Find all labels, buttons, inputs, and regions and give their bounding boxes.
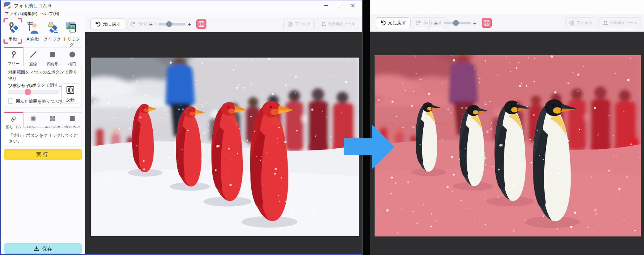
undo-icon (380, 20, 386, 26)
app-window-before: フォト消しゴム 6 ✕ ファイル(F) 編集(E) ヘルプ(H) 元に戻す やり… (0, 0, 363, 255)
execute-button[interactable]: 実行 (4, 149, 82, 160)
line-icon (29, 50, 37, 59)
toolbar-divider (144, 18, 144, 31)
fill-enclosed-checkbox[interactable] (8, 99, 13, 104)
canvas-after[interactable] (370, 32, 644, 255)
menu-help[interactable]: ヘルプ(H) (40, 11, 59, 17)
trapezoid-icon (320, 21, 326, 27)
minimize-icon (324, 5, 328, 6)
fill-enclosed-label: 囲んだ範囲を塗りつぶす (16, 99, 63, 104)
save-button[interactable]: 保存 (4, 243, 82, 254)
top-toolbar: 元に戻す やり直す − + フィルタ 台形補正ツール (85, 17, 362, 32)
undo-icon (94, 21, 101, 27)
fit-view-icon (198, 21, 204, 27)
maximize-icon (338, 4, 341, 7)
fit-view-button[interactable] (196, 19, 206, 29)
paint-panel: 対象範囲をマウスの左ボタンで赤く塗り つぶし●、右ボタンで消すことができます。 … (4, 66, 82, 107)
tab-fill[interactable]: 塗りつぶし (63, 112, 82, 129)
filter-button-right[interactable]: フィルタ (565, 17, 596, 28)
minimize-button[interactable] (319, 0, 332, 10)
maximize-button[interactable] (333, 0, 346, 10)
keystone-tool-button[interactable]: 台形補正ツール (317, 19, 359, 29)
zoom-slider-right[interactable] (444, 22, 471, 24)
window-title: フォト消しゴム 6 (14, 3, 51, 9)
invert-button[interactable]: 反転 (61, 83, 79, 104)
undo-button-right[interactable]: 元に戻す (376, 17, 411, 28)
redo-icon (130, 21, 136, 27)
brush-size-slider[interactable] (8, 90, 59, 94)
effect-tabs: 消しゴム ぼかし モザイク 塗りつぶし (4, 112, 82, 128)
filter-icon (287, 21, 293, 27)
selection-corner (18, 39, 22, 44)
menu-bar: ファイル(F) 編集(E) ヘルプ(H) (1, 10, 362, 17)
selection-corner (18, 18, 22, 22)
canvas-before[interactable] (85, 32, 362, 254)
mode-manual[interactable]: 手動 (3, 18, 22, 44)
brush-size-knob[interactable] (25, 89, 31, 95)
ellipse-icon (68, 50, 76, 59)
mosaic-icon (49, 115, 56, 122)
free-draw-icon (10, 50, 17, 58)
rectangle-icon (49, 50, 56, 59)
fit-view-icon (484, 20, 490, 26)
title-bar: フォト消しゴム 6 ✕ (1, 0, 362, 10)
undo-button[interactable]: 元に戻す (90, 19, 125, 29)
sidebar-divider (1, 240, 85, 240)
ai-auto-icon (26, 21, 39, 34)
fit-view-button-right[interactable] (482, 18, 492, 28)
title-area-cropped (370, 0, 644, 14)
zoom-out-button[interactable]: − (149, 21, 153, 27)
tab-ellipse[interactable]: 楕円 (63, 48, 82, 67)
execute-panel: 「実行」ボタンをクリックしてください。 (4, 128, 82, 146)
zoom-slider[interactable] (158, 23, 186, 26)
filter-icon (569, 20, 575, 26)
manual-eraser-icon (6, 21, 19, 34)
blur-icon (29, 115, 37, 122)
invert-icon (66, 86, 75, 94)
execute-hint: 「実行」ボタンをクリックしてください。 (4, 128, 82, 144)
selection-corner (3, 39, 8, 44)
tab-rectangle[interactable]: 四角形 (43, 48, 63, 67)
brush-cursor (376, 210, 380, 214)
close-button[interactable]: ✕ (346, 0, 359, 10)
redo-icon (416, 20, 422, 26)
transition-arrow (342, 121, 397, 172)
app-window-after: 元に戻す やり直す − + フィルタ 台形補正ツール (370, 0, 644, 255)
quick-icon (46, 21, 59, 34)
tab-free[interactable]: フリー (4, 47, 24, 66)
photo-after-inverted[interactable] (375, 55, 641, 236)
save-download-icon (34, 246, 39, 252)
trapezoid-icon (602, 20, 608, 26)
tab-blur[interactable]: ぼかし (24, 112, 43, 129)
tab-mosaic[interactable]: モザイク (43, 112, 63, 129)
top-toolbar-right: 元に戻す やり直す − + フィルタ 台形補正ツール (370, 14, 644, 32)
close-icon: ✕ (351, 3, 355, 8)
zoom-slider-knob[interactable] (166, 21, 172, 27)
app-icon (4, 2, 10, 8)
tab-eraser[interactable]: 消しゴム (4, 112, 24, 128)
toolbar-divider (429, 17, 429, 30)
filter-button[interactable]: フィルタ (283, 19, 315, 29)
selection-corner (3, 18, 8, 22)
mode-ai-auto[interactable]: AI自動 (24, 18, 42, 44)
tool-sidebar: 手動 AI自動 クイック トリミング (1, 17, 85, 254)
fill-icon (68, 115, 76, 122)
trim-icon (65, 21, 78, 34)
zoom-in-button-right[interactable]: + (473, 20, 477, 26)
zoom-out-button-right[interactable]: − (434, 20, 438, 26)
tab-line[interactable]: 直線 (24, 48, 43, 67)
brush-size-label: ブラシサイズ (8, 83, 34, 89)
menu-edit[interactable]: 編集(E) (23, 11, 37, 17)
keystone-tool-button-right[interactable]: 台形補正ツール (598, 17, 641, 28)
zoom-slider-knob[interactable] (453, 20, 459, 26)
shape-tabs: フリー 直線 四角形 楕円 (4, 47, 82, 66)
mode-trim[interactable]: トリミング (62, 18, 81, 44)
zoom-in-button[interactable]: + (188, 21, 191, 27)
mode-quick[interactable]: クイック (43, 18, 61, 44)
eraser-icon (9, 115, 18, 122)
photo-before-marked[interactable] (91, 58, 359, 236)
